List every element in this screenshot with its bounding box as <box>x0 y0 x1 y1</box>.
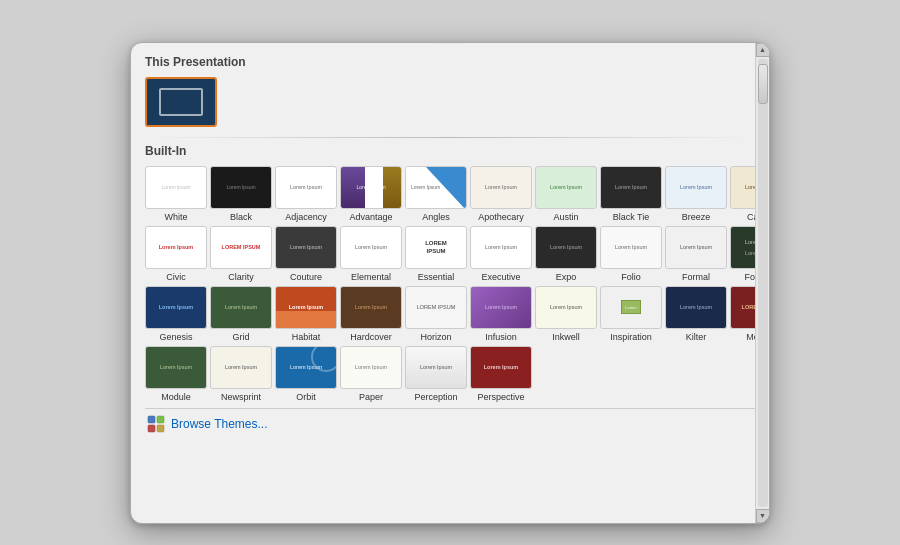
theme-couture[interactable]: Lorem Ipsum Couture <box>275 226 337 282</box>
themes-grid: Lorem Ipsum White Lorem Ipsum Black <box>145 166 755 402</box>
theme-infusion[interactable]: Lorem Ipsum Infusion <box>470 286 532 342</box>
browse-themes-row: Browse Themes... <box>145 408 755 437</box>
theme-essential[interactable]: LOREM IPSUM Essential <box>405 226 467 282</box>
theme-perception[interactable]: Lorem Ipsum Perception <box>405 346 467 402</box>
theme-orbit[interactable]: Lorem Ipsum Orbit <box>275 346 337 402</box>
theme-austin[interactable]: Lorem Ipsum Austin <box>535 166 597 222</box>
theme-expo[interactable]: Lorem Ipsum Expo <box>535 226 597 282</box>
svg-rect-1 <box>157 416 164 423</box>
svg-rect-2 <box>148 425 155 432</box>
theme-black[interactable]: Lorem Ipsum Black <box>210 166 272 222</box>
svg-rect-3 <box>157 425 164 432</box>
scroll-down-button[interactable]: ▼ <box>756 509 770 523</box>
theme-module[interactable]: Lorem Ipsum Module <box>145 346 207 402</box>
theme-executive[interactable]: Lorem Ipsum Executive <box>470 226 532 282</box>
scroll-track <box>758 59 768 507</box>
theme-perspective[interactable]: Lorem Ipsum Perspective <box>470 346 532 402</box>
theme-adjacency[interactable]: Lorem Ipsum Adjacency <box>275 166 337 222</box>
theme-habitat[interactable]: Lorem Ipsum Habitat <box>275 286 337 342</box>
built-in-section: Built-In Lorem Ipsum White <box>145 144 755 402</box>
theme-inspiration[interactable]: Lorem Inspiration <box>600 286 662 342</box>
theme-advantage[interactable]: Lorem Ipsum Advantage <box>340 166 402 222</box>
theme-paper[interactable]: Lorem Ipsum Paper <box>340 346 402 402</box>
theme-clarity[interactable]: LOREM IPSUM Clarity <box>210 226 272 282</box>
scroll-up-button[interactable]: ▲ <box>756 43 770 57</box>
built-in-title: Built-In <box>145 144 755 158</box>
theme-kilter[interactable]: Lorem Ipsum Kilter <box>665 286 727 342</box>
theme-picker-popup: This Presentation Built-In Lorem Ipsum <box>130 42 770 524</box>
theme-newsprint[interactable]: Lorem Ipsum Newsprint <box>210 346 272 402</box>
theme-folio[interactable]: Lorem Ipsum Folio <box>600 226 662 282</box>
browse-themes-icon <box>147 415 165 433</box>
browse-themes-link[interactable]: Browse Themes... <box>171 417 267 431</box>
theme-breeze[interactable]: Lorem Ipsum Breeze <box>665 166 727 222</box>
theme-civic[interactable]: Lorem Ipsum Civic <box>145 226 207 282</box>
theme-elemental[interactable]: Lorem Ipsum Elemental <box>340 226 402 282</box>
scrollbar: ▲ ▼ <box>755 43 769 523</box>
this-presentation-title: This Presentation <box>145 55 755 69</box>
theme-white[interactable]: Lorem Ipsum White <box>145 166 207 222</box>
theme-apothecary[interactable]: Lorem Ipsum Apothecary <box>470 166 532 222</box>
theme-blacktie[interactable]: Lorem Ipsum Black Tie <box>600 166 662 222</box>
this-presentation-section: This Presentation <box>145 55 755 127</box>
theme-grid[interactable]: Lorem Ipsum Grid <box>210 286 272 342</box>
theme-hardcover[interactable]: Lorem Ipsum Hardcover <box>340 286 402 342</box>
theme-angles[interactable]: Lorem Ipsum Angles <box>405 166 467 222</box>
theme-formal[interactable]: Lorem Ipsum Formal <box>665 226 727 282</box>
section-separator <box>145 137 755 138</box>
svg-rect-0 <box>148 416 155 423</box>
popup-arrow <box>436 42 464 43</box>
theme-genesis[interactable]: Lorem Ipsum Genesis <box>145 286 207 342</box>
current-theme-thumbnail[interactable] <box>145 77 217 127</box>
scroll-thumb[interactable] <box>758 64 768 104</box>
theme-inkwell[interactable]: Lorem Ipsum Inkwell <box>535 286 597 342</box>
theme-horizon[interactable]: LOREM IPSUM Horizon <box>405 286 467 342</box>
